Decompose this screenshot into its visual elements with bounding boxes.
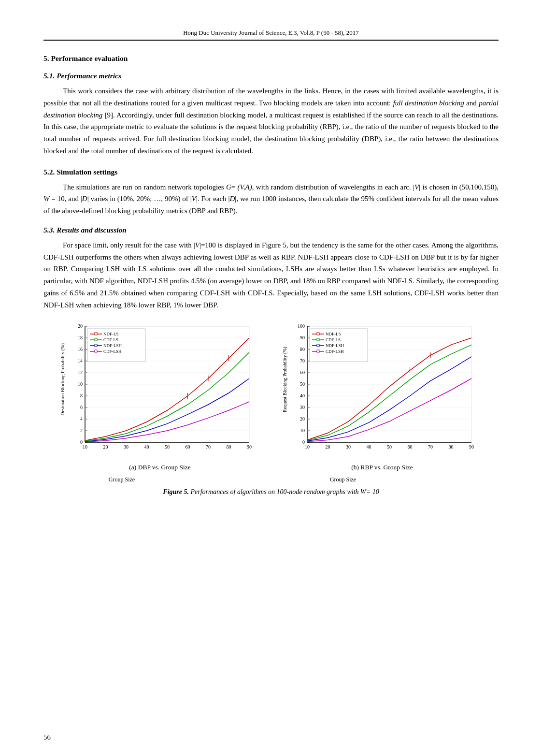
s52-paragraph: The simulations are run on random networ… (43, 181, 499, 217)
svg-text:70: 70 (206, 444, 211, 450)
svg-rect-59 (95, 344, 97, 347)
svg-text:100: 100 (298, 323, 305, 329)
svg-text:14: 14 (78, 358, 83, 363)
svg-text:CDF-LS: CDF-LS (326, 337, 341, 342)
svg-text:80: 80 (300, 347, 305, 352)
svg-text:4: 4 (80, 416, 83, 422)
svg-text:2: 2 (80, 428, 83, 433)
svg-text:18: 18 (78, 335, 83, 340)
x-axis-label-b: Group Size (330, 476, 356, 483)
svg-text:10: 10 (305, 444, 310, 450)
figure-caption: Figure 5. Performances of algorithms on … (163, 488, 379, 496)
svg-text:12: 12 (78, 370, 83, 375)
page-header: Hong Duc University Journal of Science, … (43, 29, 499, 41)
svg-text:NDF-LS: NDF-LS (103, 332, 119, 336)
charts-row: 0 2 4 6 8 10 (43, 321, 499, 471)
chart-a-svg: 0 2 4 6 8 10 (58, 321, 261, 462)
s53-paragraph: For space limit, only result for the cas… (43, 239, 499, 311)
svg-text:20: 20 (326, 444, 330, 450)
svg-text:20: 20 (103, 444, 108, 450)
svg-rect-119 (317, 344, 319, 347)
svg-text:40: 40 (300, 393, 305, 398)
svg-text:40: 40 (144, 444, 149, 450)
svg-text:20: 20 (78, 323, 83, 329)
svg-text:70: 70 (428, 444, 433, 450)
figure-5: 0 2 4 6 8 10 (43, 321, 499, 496)
svg-text:10: 10 (83, 444, 87, 450)
svg-text:20: 20 (300, 416, 305, 422)
svg-text:60: 60 (408, 444, 413, 450)
svg-text:CDF-LSH: CDF-LSH (326, 349, 344, 354)
x-axis-label-a: Group Size (109, 476, 135, 483)
svg-text:30: 30 (300, 405, 305, 410)
svg-text:60: 60 (300, 370, 305, 375)
subsection-51-title: 5.1. Performance metrics (43, 72, 499, 80)
section-52-title: 5.2. Simulation settings (43, 168, 499, 176)
subsection-53-title: 5.3. Results and discussion (43, 226, 499, 234)
svg-text:70: 70 (300, 358, 305, 363)
svg-text:6: 6 (80, 405, 83, 410)
svg-text:50: 50 (300, 381, 305, 387)
svg-rect-117 (317, 333, 319, 335)
svg-rect-58 (95, 338, 97, 341)
svg-text:90: 90 (300, 335, 305, 340)
svg-text:10: 10 (78, 381, 83, 387)
svg-rect-57 (95, 333, 97, 335)
svg-text:Destination Blocking Probabili: Destination Blocking Probability (%) (60, 343, 66, 416)
chart-b-wrapper: 0 10 20 30 40 50 60 70 80 (276, 321, 488, 471)
svg-text:90: 90 (247, 444, 252, 450)
svg-text:80: 80 (227, 444, 231, 450)
svg-text:80: 80 (449, 444, 454, 450)
svg-text:60: 60 (185, 444, 190, 450)
s51-paragraph: This work considers the case with arbitr… (43, 85, 499, 157)
svg-text:30: 30 (346, 444, 351, 450)
svg-text:Request Blocking Probability (: Request Blocking Probability (%) (282, 347, 288, 412)
svg-text:40: 40 (367, 444, 371, 450)
svg-text:16: 16 (78, 347, 83, 352)
chart-b-svg: 0 10 20 30 40 50 60 70 80 (281, 321, 484, 462)
svg-text:CDF-LSH: CDF-LSH (103, 349, 122, 354)
svg-text:8: 8 (80, 393, 83, 398)
svg-text:10: 10 (300, 428, 305, 433)
chart-a-caption: (a) DBP vs. Group Size (129, 464, 190, 471)
svg-text:30: 30 (124, 444, 128, 450)
svg-text:50: 50 (387, 444, 392, 450)
svg-text:CDF-LS: CDF-LS (103, 337, 118, 342)
journal-title: Hong Duc University Journal of Science, … (183, 29, 359, 36)
svg-text:NDF-LSH: NDF-LSH (103, 343, 122, 348)
svg-text:90: 90 (469, 444, 474, 450)
chart-a-wrapper: 0 2 4 6 8 10 (54, 321, 266, 471)
svg-rect-118 (317, 338, 319, 341)
page-number: 56 (43, 733, 51, 741)
chart-b-caption: (b) RBP vs. Group Size (351, 464, 413, 471)
section-5-title: 5. Performance evaluation (43, 54, 499, 63)
svg-rect-60 (95, 350, 97, 352)
svg-rect-120 (317, 350, 319, 352)
svg-text:NDF-LSH: NDF-LSH (326, 343, 344, 348)
svg-text:50: 50 (165, 444, 170, 450)
page: Hong Duc University Journal of Science, … (0, 0, 542, 756)
svg-text:NDF-LS: NDF-LS (326, 332, 341, 336)
